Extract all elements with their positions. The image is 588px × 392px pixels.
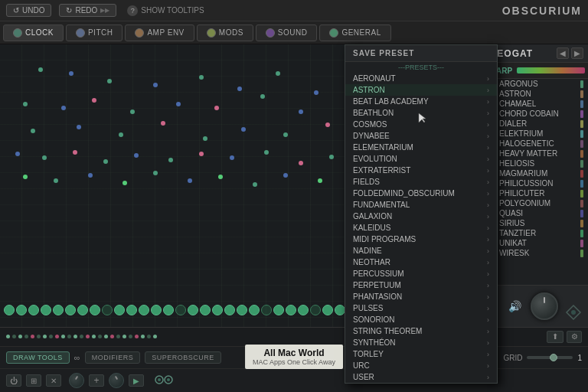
dropdown-item[interactable]: FIELDS › bbox=[345, 176, 497, 188]
dropdown-item[interactable]: AERONAUT › bbox=[345, 73, 497, 84]
circle-btn[interactable] bbox=[41, 305, 51, 315]
circle-btn[interactable] bbox=[200, 305, 211, 315]
grid-slider[interactable] bbox=[527, 356, 573, 359]
dropdown-item-label: URC bbox=[353, 361, 370, 370]
dropdown-item[interactable]: BEAT LAB ACADEMY › bbox=[345, 96, 497, 107]
dropdown-item[interactable]: SONORION › bbox=[345, 314, 497, 325]
svg-point-5 bbox=[167, 378, 170, 381]
dropdown-item[interactable]: FOLDEDMIND_OBSCURIUM › bbox=[345, 188, 497, 199]
preset-name: CHAMAEL bbox=[499, 100, 579, 108]
dropdown-item[interactable]: KALEIDUS › bbox=[345, 222, 497, 234]
note-dot bbox=[161, 121, 165, 126]
dropdown-item[interactable]: STRING THEOREM › bbox=[345, 325, 497, 337]
tab-amp-env[interactable]: AMP ENV bbox=[125, 24, 194, 41]
bottom-controls: DRAW TOOLS ∞ MODIFIERS SUPEROBSCURE GRID… bbox=[0, 347, 588, 370]
note-dot bbox=[92, 98, 96, 103]
dropdown-item[interactable]: PERCUSSIUM › bbox=[345, 268, 497, 279]
dropdown-item[interactable]: PHANTASION › bbox=[345, 291, 497, 302]
redo-button[interactable]: ↻ REDO ▶▶ bbox=[59, 4, 116, 17]
dropdown-item[interactable]: EXTRATERRIST › bbox=[345, 165, 497, 176]
prev-arrow[interactable]: ◀ bbox=[557, 47, 569, 59]
dropdown-item-label: ASTRON bbox=[353, 86, 385, 94]
circle-btn[interactable] bbox=[298, 305, 309, 315]
undo-button[interactable]: ↺ UNDO bbox=[6, 4, 51, 17]
circle-btn[interactable] bbox=[175, 305, 186, 315]
dropdown-item[interactable]: FUNDAMENTAL › bbox=[345, 199, 497, 211]
circle-btn[interactable] bbox=[286, 305, 296, 315]
dropdown-item[interactable]: USER › bbox=[345, 371, 497, 383]
dropdown-item[interactable]: TORLEY › bbox=[345, 348, 497, 360]
dropdown-item[interactable]: PULSES › bbox=[345, 302, 497, 314]
dropdown-item[interactable]: ELEMENTARIUM › bbox=[345, 142, 497, 153]
dropdown-item[interactable]: NADINE › bbox=[345, 245, 497, 256]
preset-color-chip bbox=[580, 130, 583, 138]
circle-btn[interactable] bbox=[151, 305, 162, 315]
circle-btn[interactable] bbox=[163, 305, 174, 315]
circle-btn[interactable] bbox=[4, 305, 15, 315]
dropdown-item[interactable]: PERPETUUM › bbox=[345, 279, 497, 291]
dropdown-item[interactable]: BEATHLON › bbox=[345, 107, 497, 119]
circle-btn[interactable] bbox=[273, 305, 284, 315]
dropdown-item[interactable]: GALAXION › bbox=[345, 211, 497, 222]
dropdown-item[interactable]: URC › bbox=[345, 360, 497, 371]
circle-btn[interactable] bbox=[126, 305, 137, 315]
dropdown-item[interactable]: EVOLUTION › bbox=[345, 153, 497, 165]
chevron-right-icon: › bbox=[487, 178, 489, 186]
circle-btn[interactable] bbox=[335, 305, 345, 315]
options-btn[interactable]: ⚙ bbox=[567, 331, 582, 343]
grid-btn[interactable]: ⊞ bbox=[26, 374, 41, 387]
tab-mods[interactable]: MODS bbox=[197, 24, 253, 41]
modifiers-button[interactable]: MODIFIERS bbox=[85, 351, 141, 364]
circle-btn[interactable] bbox=[114, 305, 125, 315]
save-preset-item[interactable]: SAVE PRESET bbox=[345, 45, 497, 62]
chevron-right-icon: › bbox=[487, 121, 489, 129]
nav-arrows: ◀ ▶ bbox=[557, 47, 583, 59]
circle-btn[interactable] bbox=[224, 305, 235, 315]
timeline-dot bbox=[153, 335, 157, 338]
circle-btn[interactable] bbox=[188, 305, 198, 315]
circle-btn[interactable] bbox=[90, 305, 100, 315]
chevron-right-icon: › bbox=[487, 374, 489, 381]
circle-btn[interactable] bbox=[77, 305, 88, 315]
note-dot bbox=[318, 178, 322, 183]
dropdown-item[interactable]: DYNABEE › bbox=[345, 130, 497, 142]
small-knob-1[interactable] bbox=[69, 373, 84, 388]
circle-btn[interactable] bbox=[65, 305, 76, 315]
circle-btn[interactable] bbox=[237, 305, 247, 315]
tab-pitch[interactable]: PITCH bbox=[66, 24, 123, 41]
dropdown-item[interactable]: NEOTHAR › bbox=[345, 256, 497, 268]
timeline-dot bbox=[122, 335, 126, 338]
circle-btn[interactable] bbox=[212, 305, 223, 315]
circle-btn[interactable] bbox=[322, 305, 333, 315]
note-dot bbox=[77, 125, 81, 129]
plus-btn[interactable]: + bbox=[89, 374, 104, 387]
tab-sound[interactable]: SOUND bbox=[256, 24, 318, 41]
draw-tools-button[interactable]: DRAW TOOLS bbox=[6, 351, 70, 364]
play-fwd-btn[interactable]: ▶ bbox=[129, 374, 144, 387]
circle-btn[interactable] bbox=[28, 305, 39, 315]
small-knob-2[interactable] bbox=[109, 373, 124, 388]
dropdown-item[interactable]: SYNTHÉON › bbox=[345, 337, 497, 348]
note-dot bbox=[253, 182, 257, 187]
circle-btn[interactable] bbox=[53, 305, 64, 315]
note-dot bbox=[153, 83, 158, 87]
power-btn[interactable]: ⏻ bbox=[6, 374, 21, 387]
circle-btn[interactable] bbox=[139, 305, 149, 315]
expand-btn[interactable]: ⬆ bbox=[547, 331, 564, 343]
circle-btn[interactable] bbox=[16, 305, 27, 315]
tab-general[interactable]: GENERAL bbox=[319, 24, 390, 41]
dropdown-item[interactable]: ASTRON › bbox=[345, 84, 497, 96]
circle-btn[interactable] bbox=[261, 305, 272, 315]
timeline-dot bbox=[6, 335, 10, 338]
circle-btn[interactable] bbox=[102, 305, 113, 315]
timeline-dot bbox=[49, 335, 53, 338]
volume-knob[interactable] bbox=[531, 292, 558, 320]
clear-btn[interactable]: ✕ bbox=[46, 374, 61, 387]
circle-btn[interactable] bbox=[249, 305, 260, 315]
dropdown-item[interactable]: MIDI PROGRAMS › bbox=[345, 234, 497, 245]
next-arrow[interactable]: ▶ bbox=[571, 47, 583, 59]
superobscure-button[interactable]: SUPEROBSCURE bbox=[145, 351, 221, 364]
tab-clock[interactable]: CLoCk bbox=[3, 24, 64, 41]
dropdown-item[interactable]: COSMOS › bbox=[345, 119, 497, 130]
circle-btn[interactable] bbox=[310, 305, 321, 315]
